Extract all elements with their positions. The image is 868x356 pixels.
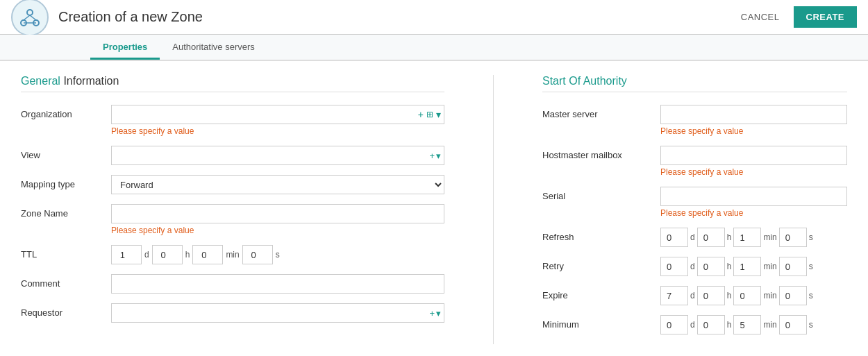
chevron-down-icon[interactable]: ▾	[436, 109, 441, 120]
plus-icon[interactable]: +	[418, 109, 424, 120]
organization-row: Organization + ⊞ ▾ Please specify a valu…	[21, 105, 444, 136]
header-actions: CANCEL CREATE	[734, 6, 857, 28]
ttl-hours-input[interactable]: 0	[152, 245, 183, 264]
view-plus-icon[interactable]: +	[429, 151, 435, 161]
mapping-type-select[interactable]: Forward Reverse	[111, 175, 444, 194]
master-server-label: Master server	[542, 105, 660, 119]
refresh-hours-input[interactable]: 0	[697, 228, 725, 247]
content-area: General Information Organization + ⊞ ▾ P…	[0, 61, 868, 356]
expire-sec-input[interactable]: 0	[779, 286, 807, 305]
expire-field: 7 d 0 h 0 min 0 s	[660, 286, 847, 305]
expire-hours-input[interactable]: 0	[697, 286, 725, 305]
retry-time-group: 0 d 0 h 10 min 0 s	[660, 257, 847, 276]
minimum-label: Minimum	[542, 315, 660, 330]
page-title: Creation of a new Zone	[58, 9, 734, 25]
view-chevron-icon[interactable]: ▾	[436, 151, 441, 161]
master-server-input[interactable]	[660, 105, 847, 124]
tree-icon[interactable]: ⊞	[426, 110, 433, 119]
retry-row: Retry 0 d 0 h 10 min 0 s	[542, 257, 847, 276]
requestor-icon-buttons: + ▾	[429, 308, 444, 319]
ttl-group: 1 d 0 h 0 min 0 s	[111, 245, 444, 264]
minimum-d-label: d	[690, 320, 695, 330]
expire-time-group: 7 d 0 h 0 min 0 s	[660, 286, 847, 305]
expire-days-input[interactable]: 7	[660, 286, 688, 305]
expire-label: Expire	[542, 286, 660, 300]
minimum-hours-input[interactable]: 0	[697, 315, 725, 334]
ttl-s-label: s	[276, 250, 280, 260]
requestor-input[interactable]	[112, 304, 429, 322]
comment-input[interactable]	[111, 274, 444, 294]
ttl-days-input[interactable]: 1	[111, 245, 142, 264]
requestor-plus-icon[interactable]: +	[429, 308, 435, 319]
view-row: View + ▾	[21, 146, 444, 165]
minimum-days-input[interactable]: 0	[660, 315, 688, 334]
hostmaster-row: Hostmaster mailbox Please specify a valu…	[542, 146, 847, 177]
zone-name-label: Zone Name	[21, 204, 111, 219]
refresh-sec-input[interactable]: 0	[779, 228, 807, 247]
organization-input-wrapper: + ⊞ ▾	[111, 105, 444, 124]
minimum-min-label: min	[763, 320, 776, 330]
section-title-rest: Information	[63, 75, 119, 87]
requestor-chevron-icon[interactable]: ▾	[436, 308, 441, 319]
comment-field	[111, 274, 444, 294]
expire-min-input[interactable]: 0	[733, 286, 761, 305]
ttl-d-label: d	[144, 250, 149, 260]
view-icon-buttons: + ▾	[429, 151, 444, 161]
organization-input[interactable]	[112, 105, 418, 124]
tab-authoritative-servers[interactable]: Authoritative servers	[160, 36, 267, 60]
requestor-label: Requestor	[21, 303, 111, 318]
zone-icon	[19, 6, 41, 28]
comment-row: Comment	[21, 274, 444, 294]
requestor-row: Requestor + ▾	[21, 303, 444, 323]
header: Creation of a new Zone CANCEL CREATE	[0, 0, 868, 35]
master-server-error: Please specify a value	[660, 126, 847, 136]
ttl-min-input[interactable]: 0	[192, 245, 223, 264]
master-server-field: Please specify a value	[660, 105, 847, 136]
tab-properties[interactable]: Properties	[90, 36, 160, 60]
ttl-sec-input[interactable]: 0	[242, 245, 273, 264]
retry-h-label: h	[727, 262, 732, 271]
hostmaster-input[interactable]	[660, 146, 847, 165]
mapping-type-field: Forward Reverse	[111, 175, 444, 194]
zone-name-row: Zone Name Please specify a value	[21, 204, 444, 235]
view-field: + ▾	[111, 146, 444, 165]
cancel-button[interactable]: CANCEL	[734, 8, 787, 26]
create-button[interactable]: CREATE	[794, 6, 857, 28]
retry-label: Retry	[542, 257, 660, 271]
retry-hours-input[interactable]: 0	[697, 257, 725, 276]
minimum-sec-input[interactable]: 0	[779, 315, 807, 334]
refresh-min-input[interactable]: 15	[733, 228, 761, 247]
ttl-label: TTL	[21, 245, 111, 260]
refresh-days-input[interactable]: 0	[660, 228, 688, 247]
organization-icon-buttons: + ⊞ ▾	[418, 109, 444, 120]
page-wrapper: Creation of a new Zone CANCEL CREATE Pro…	[0, 0, 868, 356]
view-input[interactable]	[112, 146, 429, 164]
minimum-min-input[interactable]: 5	[733, 315, 761, 334]
retry-sec-input[interactable]: 0	[779, 257, 807, 276]
refresh-row: Refresh 0 d 0 h 15 min 0 s	[542, 228, 847, 247]
zone-name-input[interactable]	[111, 204, 444, 223]
svg-line-4	[30, 15, 36, 20]
view-label: View	[21, 146, 111, 160]
retry-min-input[interactable]: 10	[733, 257, 761, 276]
serial-row: Serial Please specify a value	[542, 187, 847, 218]
vertical-divider	[493, 75, 494, 344]
requestor-input-wrapper: + ▾	[111, 303, 444, 323]
svg-point-0	[27, 10, 33, 15]
zone-name-error: Please specify a value	[111, 226, 444, 235]
zone-name-field: Please specify a value	[111, 204, 444, 235]
refresh-min-label: min	[763, 232, 776, 242]
zone-icon-circle	[11, 0, 49, 36]
expire-d-label: d	[690, 291, 695, 300]
organization-label: Organization	[21, 105, 111, 119]
refresh-d-label: d	[690, 232, 695, 242]
serial-input[interactable]	[660, 187, 847, 206]
retry-days-input[interactable]: 0	[660, 257, 688, 276]
serial-field: Please specify a value	[660, 187, 847, 218]
soa-panel: Start Of Authority Master server Please …	[542, 75, 847, 344]
comment-label: Comment	[21, 274, 111, 289]
view-input-wrapper: + ▾	[111, 146, 444, 165]
retry-s-label: s	[809, 262, 813, 271]
soa-section-title: Start Of Authority	[542, 75, 847, 92]
expire-h-label: h	[727, 291, 732, 300]
